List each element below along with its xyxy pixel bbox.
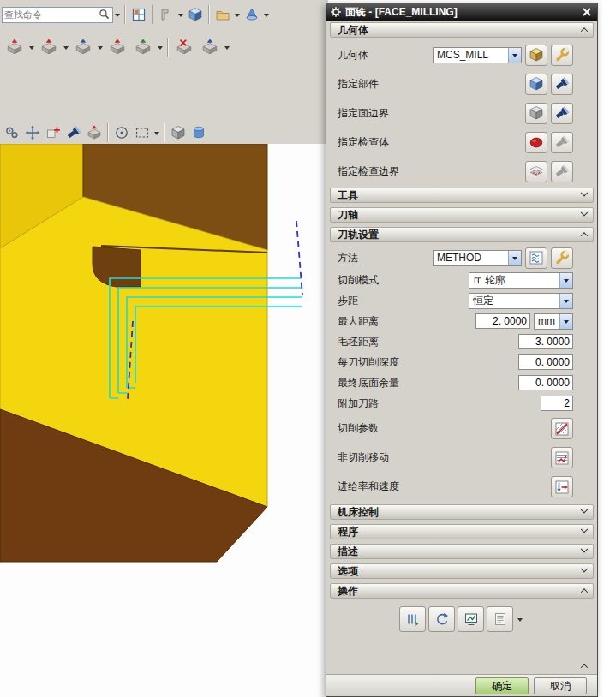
dropdown-arrow-icon: [512, 257, 517, 263]
pull-face-arrow[interactable]: [62, 39, 70, 56]
add-point-button[interactable]: [43, 122, 63, 143]
sketch-arrow[interactable]: [233, 6, 242, 23]
method-combo[interactable]: METHOD: [433, 250, 522, 266]
datum-plane-button[interactable]: [156, 4, 176, 25]
highlight-part-button[interactable]: [551, 74, 573, 95]
stepover-combo[interactable]: 恒定: [469, 293, 573, 309]
sketch-button[interactable]: [212, 4, 233, 25]
command-search-input[interactable]: [4, 9, 99, 20]
combo-arrow[interactable]: [559, 314, 572, 329]
geometry-combo[interactable]: MCS_MILL: [433, 47, 522, 63]
edit-method-button[interactable]: [525, 247, 547, 269]
highlight-check-body-button[interactable]: [551, 132, 573, 153]
pull-face-icon: [40, 39, 57, 56]
bounded-plane-button[interactable]: [132, 122, 153, 143]
additional-passes-input[interactable]: [541, 396, 573, 411]
solid-body-filter-button[interactable]: [168, 122, 188, 143]
depth-per-cut-input[interactable]: [518, 354, 573, 370]
highlight-face-boundary-button[interactable]: [551, 103, 573, 124]
flashlight-disabled-icon: [554, 164, 570, 179]
window-layout-button[interactable]: [129, 4, 149, 25]
section-header-tool[interactable]: 工具: [330, 188, 594, 203]
cut-pattern-combo[interactable]: 轮廓: [469, 272, 573, 289]
list-toolpath-icon: [493, 611, 508, 627]
edit-geometry-button[interactable]: [551, 45, 573, 66]
snap-circle-center-button[interactable]: [111, 122, 132, 143]
new-geometry-button[interactable]: [525, 45, 547, 66]
3d-model-canvas[interactable]: [0, 144, 326, 697]
select-check-boundary-button[interactable]: [525, 161, 547, 182]
move-face-button[interactable]: [2, 34, 27, 60]
resize-blend-arrow[interactable]: [156, 39, 164, 56]
non-cutting-moves-button[interactable]: [551, 447, 573, 468]
offset-region-icon: [75, 39, 92, 56]
search-options-arrow[interactable]: [113, 6, 122, 23]
replace-face-button[interactable]: [105, 34, 130, 60]
cancel-button[interactable]: 取消: [534, 677, 587, 694]
specify-part-row: 指定部件: [330, 72, 594, 96]
pull-face-button[interactable]: [36, 34, 62, 60]
cutting-parameters-button[interactable]: [551, 418, 573, 439]
blank-distance-input[interactable]: [518, 334, 573, 349]
verify-toolpath-button[interactable]: [458, 606, 484, 632]
wrench-icon: [554, 250, 570, 265]
select-face-boundary-button[interactable]: [525, 103, 547, 124]
cutting-parameters-row: 切削参数: [330, 415, 594, 442]
chevron-up-icon: [581, 232, 588, 239]
method-wrench-button[interactable]: [551, 247, 573, 269]
revolve-button[interactable]: [242, 4, 262, 25]
combo-arrow[interactable]: [559, 273, 572, 288]
combo-arrow[interactable]: [559, 294, 572, 308]
search-icon[interactable]: [99, 9, 111, 21]
revolve-arrow[interactable]: [262, 6, 271, 23]
delete-face-button[interactable]: [171, 34, 197, 60]
section-header-options[interactable]: 选项: [330, 563, 594, 579]
snap-settings-button[interactable]: [2, 122, 22, 143]
trim-body-arrow[interactable]: [223, 39, 231, 56]
ok-button[interactable]: 确定: [475, 677, 529, 694]
extrude-button[interactable]: [185, 4, 206, 25]
bracket-icon: [158, 7, 174, 22]
bounded-plane-arrow[interactable]: [153, 124, 161, 141]
datum-plane-arrow[interactable]: [176, 6, 185, 23]
graphics-viewport[interactable]: [0, 144, 326, 697]
select-check-body-button[interactable]: [525, 132, 547, 153]
dynamic-handles-button[interactable]: [22, 122, 43, 143]
offset-region-button[interactable]: [70, 34, 96, 60]
section-header-program[interactable]: 程序: [330, 524, 594, 539]
offset-region-arrow[interactable]: [96, 39, 105, 56]
highlight-check-boundary-button[interactable]: [551, 161, 573, 182]
close-button[interactable]: [579, 6, 594, 19]
select-part-button[interactable]: [525, 74, 547, 95]
section-header-tool-axis[interactable]: 刀轴: [330, 207, 594, 223]
model-notch-face[interactable]: [93, 247, 141, 287]
dropdown-arrow-icon: [115, 14, 120, 20]
generate-toolpath-button[interactable]: [399, 606, 426, 632]
specify-part-label: 指定部件: [338, 77, 379, 92]
dialog-title: 面铣 - [FACE_MILLING]: [345, 5, 576, 20]
combo-arrow[interactable]: [508, 251, 521, 265]
max-distance-input[interactable]: [475, 313, 530, 329]
list-toolpath-button[interactable]: [487, 606, 513, 632]
toolbar-separator: [208, 5, 210, 24]
dialog-bottom-strip: [330, 658, 594, 674]
highlight-button[interactable]: [63, 122, 84, 143]
section-header-path-settings[interactable]: 刀轨设置: [330, 227, 594, 242]
feeds-speeds-button[interactable]: [551, 476, 573, 497]
dialog-titlebar[interactable]: 面铣 - [FACE_MILLING]: [326, 3, 597, 21]
section-header-description[interactable]: 描述: [330, 544, 594, 559]
actions-more-arrow[interactable]: [516, 611, 524, 628]
section-header-actions[interactable]: 操作: [330, 583, 594, 599]
max-distance-unit-combo[interactable]: mm: [534, 313, 573, 330]
combo-arrow[interactable]: [508, 48, 521, 63]
replay-toolpath-button[interactable]: [428, 606, 455, 632]
cylinder-filter-button[interactable]: [188, 122, 209, 143]
final-floor-stock-input[interactable]: [518, 375, 573, 390]
move-face-arrow[interactable]: [27, 39, 36, 56]
dialog-scroll-up-icon[interactable]: [581, 664, 588, 670]
resize-blend-button[interactable]: [130, 34, 156, 60]
section-header-geometry[interactable]: 几何体: [330, 22, 594, 38]
face-select-button[interactable]: [84, 122, 105, 143]
section-header-machine-control[interactable]: 机床控制: [330, 504, 594, 520]
trim-body-button[interactable]: [197, 34, 223, 60]
